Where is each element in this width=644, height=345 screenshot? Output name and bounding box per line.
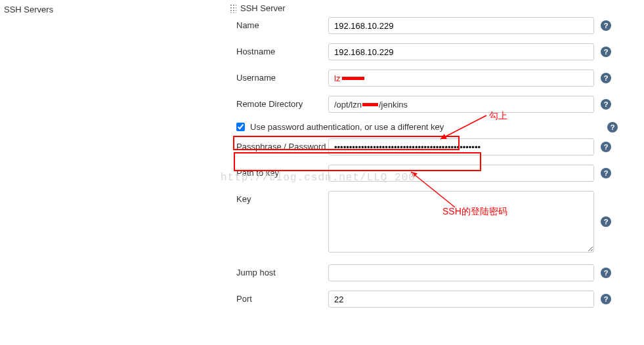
remote-directory-input[interactable]: /opt/lzn /jenkins (328, 96, 594, 113)
jump-host-input[interactable] (328, 264, 594, 281)
label-remote-directory: Remote Directory (236, 96, 328, 109)
annotation-text-1: 勾上 (489, 110, 507, 122)
row-port: Port ? (230, 291, 624, 308)
label-key: Key (236, 191, 328, 204)
label-port: Port (236, 291, 328, 304)
section-header: SSH Server (230, 3, 624, 13)
redaction-bar (342, 77, 364, 80)
remote-dir-prefix: /opt/lzn (334, 100, 362, 110)
help-icon[interactable]: ? (601, 268, 611, 278)
username-text: lz (334, 73, 340, 83)
row-username: Username lz ? (230, 70, 624, 87)
help-icon[interactable]: ? (607, 122, 618, 132)
help-icon[interactable]: ? (601, 73, 611, 83)
row-password-auth: Use password authentication, or use a di… (236, 122, 624, 132)
row-hostname: Hostname ? (230, 43, 624, 60)
label-password-auth: Use password authentication, or use a di… (250, 122, 444, 132)
username-input[interactable]: lz (328, 70, 594, 87)
label-path-to-key: Path to key (236, 165, 328, 178)
help-icon[interactable]: ? (601, 142, 611, 152)
row-jump-host: Jump host ? (230, 264, 624, 281)
redaction-bar (362, 103, 378, 106)
section-title: SSH Server (240, 3, 286, 13)
row-key: Key ? (230, 191, 624, 253)
row-name: Name ? (230, 17, 624, 34)
name-input[interactable] (328, 17, 594, 34)
ssh-server-form: SSH Server Name ? Hostname ? Username lz… (230, 3, 624, 317)
row-passphrase: Passphrase / Password ? (230, 138, 624, 155)
drag-handle-icon[interactable] (230, 4, 236, 13)
passphrase-input[interactable] (328, 138, 594, 155)
section-left-label: SSH Servers (4, 5, 53, 14)
label-passphrase: Passphrase / Password (236, 138, 328, 152)
remote-dir-suffix: /jenkins (379, 100, 408, 110)
help-icon[interactable]: ? (601, 99, 611, 110)
hostname-input[interactable] (328, 43, 594, 60)
row-path-to-key: Path to key ? (230, 165, 624, 182)
annotation-text-2: SSH的登陆密码 (442, 206, 507, 218)
row-remote-directory: Remote Directory /opt/lzn /jenkins ? (230, 96, 624, 113)
label-username: Username (236, 70, 328, 83)
use-password-auth-checkbox[interactable] (236, 123, 245, 131)
label-jump-host: Jump host (236, 264, 328, 277)
port-input[interactable] (328, 291, 594, 308)
help-icon[interactable]: ? (601, 20, 611, 31)
help-icon[interactable]: ? (601, 168, 611, 178)
help-icon[interactable]: ? (601, 47, 611, 57)
path-to-key-input[interactable] (328, 165, 594, 182)
help-icon[interactable]: ? (601, 216, 611, 227)
label-hostname: Hostname (236, 43, 328, 56)
help-icon[interactable]: ? (601, 294, 611, 304)
label-name: Name (236, 17, 328, 30)
key-textarea[interactable] (328, 191, 594, 253)
